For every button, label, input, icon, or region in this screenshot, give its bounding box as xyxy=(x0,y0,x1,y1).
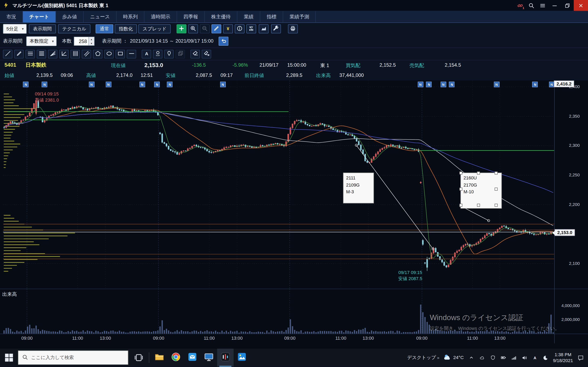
tab-四季報[interactable]: 四季報 xyxy=(177,11,205,22)
draw-tool-angle[interactable] xyxy=(59,50,69,58)
mode-button-スプレッド[interactable]: スプレッド xyxy=(138,24,171,33)
draw-tool-ellipse[interactable] xyxy=(104,50,114,58)
settings-button[interactable] xyxy=(271,24,281,33)
draw-tool-pencil[interactable] xyxy=(14,50,24,58)
technical-button[interactable]: テクニカル xyxy=(58,24,90,33)
spinner-down-icon[interactable]: ▼ xyxy=(89,41,94,45)
tab-市況[interactable]: 市況 xyxy=(0,11,23,22)
mail-taskbar-button[interactable] xyxy=(184,349,201,367)
tab-株主優待[interactable]: 株主優待 xyxy=(205,11,237,22)
notification-center-icon[interactable] xyxy=(577,354,584,361)
news-marker[interactable]: N xyxy=(549,82,554,87)
mode-button-指数化[interactable]: 指数化 xyxy=(115,24,137,33)
draw-tool-pentagon[interactable] xyxy=(93,50,103,58)
draw-button[interactable] xyxy=(212,24,221,33)
minimize-button[interactable] xyxy=(548,0,561,11)
mode-button-通常[interactable]: 通常 xyxy=(95,24,113,33)
draw-tool-eraser-all[interactable] xyxy=(202,50,211,58)
selection-handle[interactable] xyxy=(477,204,480,207)
interval-select[interactable]: 5分足 ▼ xyxy=(3,24,26,34)
news-marker[interactable]: N xyxy=(220,82,226,87)
weather-widget[interactable]: 24°C xyxy=(443,353,464,362)
info-button[interactable] xyxy=(235,24,245,33)
zoom-in-button[interactable] xyxy=(189,24,198,33)
spinner-up-icon[interactable]: ▲ xyxy=(89,37,94,41)
task-view-button[interactable] xyxy=(130,349,147,367)
tab-ニュース[interactable]: ニュース xyxy=(84,11,117,22)
tray-battery-icon[interactable] xyxy=(500,354,507,361)
news-marker[interactable]: N xyxy=(23,82,29,87)
tab-指標[interactable]: 指標 xyxy=(260,11,283,22)
reset-period-button[interactable] xyxy=(219,37,228,46)
tab-チャート[interactable]: チャート xyxy=(23,11,56,22)
news-marker[interactable]: N xyxy=(449,82,455,87)
draw-tool-parallel[interactable] xyxy=(82,50,91,58)
print-button[interactable] xyxy=(288,24,298,33)
news-marker[interactable]: N xyxy=(139,82,145,87)
selection-handle[interactable] xyxy=(459,204,462,207)
draw-tool-copy[interactable] xyxy=(176,50,185,58)
chrome-taskbar-button[interactable] xyxy=(168,349,184,367)
selection-handle[interactable] xyxy=(495,188,498,191)
area-chart-button[interactable] xyxy=(259,24,269,33)
tab-歩み値[interactable]: 歩み値 xyxy=(56,11,84,22)
yen-button[interactable]: ¥ xyxy=(223,24,233,33)
news-marker[interactable]: N xyxy=(532,82,538,87)
photos-taskbar-button[interactable] xyxy=(233,349,250,367)
count-spinner[interactable]: ▲▼ xyxy=(89,37,95,46)
display-taskbar-button[interactable] xyxy=(201,349,217,367)
tray-volume-icon[interactable] xyxy=(521,354,528,361)
draw-tool-text[interactable]: A xyxy=(142,50,151,58)
tray-shield-icon[interactable] xyxy=(489,354,497,361)
draw-tool-hlines[interactable] xyxy=(26,50,35,58)
link-icon[interactable]: 1 xyxy=(515,0,526,11)
draw-tool-rect[interactable] xyxy=(116,50,125,58)
display-period-button[interactable]: 表示期間 xyxy=(29,24,56,33)
bar-count-input[interactable] xyxy=(74,37,89,46)
zoom-out-button[interactable] xyxy=(200,24,210,33)
volume-pane[interactable] xyxy=(3,289,554,334)
draw-tool-trendline[interactable] xyxy=(3,50,12,58)
tab-業績[interactable]: 業績 xyxy=(237,11,260,22)
news-marker[interactable]: N xyxy=(426,82,432,87)
tray-moon-icon[interactable] xyxy=(542,354,549,361)
tray-cloud-icon[interactable] xyxy=(479,354,486,361)
news-marker[interactable]: N xyxy=(440,82,446,87)
selection-handle[interactable] xyxy=(477,171,480,175)
selection-handle[interactable] xyxy=(459,171,462,175)
news-marker[interactable]: N xyxy=(154,82,160,87)
close-button[interactable] xyxy=(574,0,588,11)
desktop-toolbar[interactable]: デスクトップ » xyxy=(407,354,439,361)
selection-handle[interactable] xyxy=(495,204,498,207)
news-marker[interactable]: N xyxy=(417,82,423,87)
draw-tool-hsegment[interactable] xyxy=(127,50,136,58)
news-marker[interactable]: N xyxy=(105,82,111,87)
start-button[interactable] xyxy=(0,349,18,367)
annotation-box[interactable]: 21112109GM-3 xyxy=(343,173,374,203)
restore-button[interactable] xyxy=(561,0,574,11)
draw-tool-vlines[interactable] xyxy=(70,50,80,58)
tray-network-icon[interactable] xyxy=(510,354,518,361)
draw-tool-marker[interactable] xyxy=(164,50,173,58)
tray-ime-a-icon[interactable]: A xyxy=(531,354,539,361)
taskbar-search-input[interactable]: ここに入力して検索 xyxy=(18,350,128,365)
search-icon[interactable] xyxy=(526,0,537,11)
chart-canvas[interactable]: NNNNNNNNNNNNNNN 2,4002,3502,3002,2502,20… xyxy=(0,81,588,349)
explorer-taskbar-button[interactable] xyxy=(151,349,168,367)
selection-handle[interactable] xyxy=(459,188,462,191)
menu-icon[interactable] xyxy=(537,0,548,11)
draw-tool-stamp[interactable]: icon xyxy=(153,50,162,58)
period-mode-select[interactable]: 本数指定 ▼ xyxy=(26,36,57,46)
taskbar-clock[interactable]: 1:38 PM 9/18/2021 xyxy=(553,351,573,364)
draw-tool-fan[interactable] xyxy=(48,50,57,58)
chart-app-taskbar-button[interactable] xyxy=(217,349,233,367)
news-marker[interactable]: N xyxy=(494,82,499,87)
draw-tool-hlines-dense[interactable] xyxy=(37,50,46,58)
tab-時系列[interactable]: 時系列 xyxy=(117,11,145,22)
news-marker[interactable]: N xyxy=(89,82,94,87)
add-button[interactable] xyxy=(177,24,187,33)
draw-tool-eraser[interactable] xyxy=(190,50,200,58)
news-marker[interactable]: N xyxy=(167,82,173,87)
my-chart-button[interactable]: MY xyxy=(246,24,256,33)
hidden-icons-chevron[interactable] xyxy=(467,354,475,361)
